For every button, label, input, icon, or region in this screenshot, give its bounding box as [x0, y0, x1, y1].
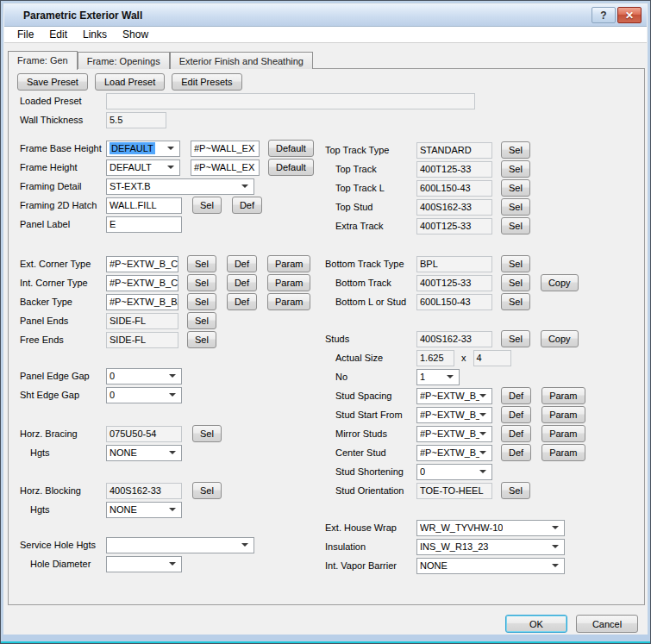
stud-start-from-def-button[interactable]: Def: [501, 406, 531, 423]
close-button[interactable]: ✕: [617, 7, 642, 23]
load-preset-button[interactable]: Load Preset: [95, 73, 165, 91]
save-preset-button[interactable]: Save Preset: [17, 73, 88, 91]
frame-base-height-default-button[interactable]: Default: [268, 140, 314, 157]
mirror-studs-label: Mirror Studs: [325, 428, 416, 439]
center-stud-def-button[interactable]: Def: [501, 444, 531, 461]
top-track-l-sel-button[interactable]: Sel: [501, 179, 530, 197]
studs-copy-button[interactable]: Copy: [541, 330, 579, 347]
backer-sel-button[interactable]: Sel: [187, 293, 216, 310]
insulation-combo[interactable]: INS_W_R13_23: [416, 539, 565, 555]
frame-height-param-field[interactable]: #P~WALL_EX: [191, 159, 260, 176]
extra-track-field[interactable]: 400T125-33: [416, 218, 492, 234]
ext-corner-param-button[interactable]: Param: [267, 255, 310, 272]
ok-button[interactable]: OK: [505, 615, 567, 633]
top-stud-sel-button[interactable]: Sel: [501, 198, 530, 216]
int-corner-type-field[interactable]: #P~EXTW_B_CO: [106, 275, 178, 291]
ext-corner-sel-button[interactable]: Sel: [187, 255, 216, 272]
service-hole-hgts-combo[interactable]: [106, 537, 254, 553]
stud-orientation-sel-button[interactable]: Sel: [501, 482, 530, 499]
panel-ends-field[interactable]: SIDE-FL: [106, 313, 178, 329]
top-track-type-field[interactable]: STANDARD: [416, 142, 492, 159]
stud-spacing-param-button[interactable]: Param: [541, 387, 585, 404]
stud-spacing-combo[interactable]: #P~EXTW_B_: [416, 388, 492, 404]
center-stud-param-button[interactable]: Param: [541, 444, 585, 461]
backer-param-button[interactable]: Param: [267, 293, 310, 310]
framing-2d-hatch-def-button[interactable]: Def: [232, 197, 262, 214]
bottom-track-copy-button[interactable]: Copy: [541, 274, 579, 291]
frame-height-default-button[interactable]: Default: [268, 159, 314, 176]
tab-exterior-finish[interactable]: Exterior Finish and Sheathing: [170, 52, 313, 69]
frame-base-height-param-field[interactable]: #P~WALL_EX: [191, 141, 260, 157]
cancel-button[interactable]: Cancel: [576, 615, 638, 633]
title-bar[interactable]: Parametric Exterior Wall ? ✕: [4, 4, 647, 27]
horz-blocking-field[interactable]: 400S162-33: [106, 483, 182, 499]
tab-frame-openings[interactable]: Frame: Openings: [78, 52, 170, 69]
frame-base-height-combo[interactable]: DEFAULT: [106, 141, 180, 157]
bottom-track-field[interactable]: 400T125-33: [416, 275, 492, 291]
actual-size-width-field[interactable]: 1.625: [416, 350, 454, 366]
horz-blocking-sel-button[interactable]: Sel: [192, 482, 222, 499]
bottom-track-type-field[interactable]: BPL: [416, 256, 492, 272]
stud-spacing-def-button[interactable]: Def: [501, 387, 531, 404]
mirror-studs-def-button[interactable]: Def: [501, 425, 531, 442]
studs-sel-button[interactable]: Sel: [501, 330, 530, 347]
menu-edit[interactable]: Edit: [41, 27, 75, 42]
framing-detail-combo[interactable]: ST-EXT.B: [106, 178, 254, 195]
free-ends-sel-button[interactable]: Sel: [187, 331, 216, 348]
tab-frame-gen[interactable]: Frame: Gen: [8, 51, 78, 70]
frame-base-height-label: Frame Base Height: [20, 143, 106, 153]
framing-2d-hatch-sel-button[interactable]: Sel: [192, 197, 222, 214]
ext-corner-type-field[interactable]: #P~EXTW_B_CO: [106, 256, 178, 272]
stud-orientation-field[interactable]: TOE-TO-HEEL: [416, 483, 492, 499]
panel-label-field[interactable]: E: [106, 216, 182, 233]
sht-edge-gap-combo[interactable]: 0: [106, 387, 182, 403]
studs-field[interactable]: 400S162-33: [416, 331, 492, 347]
horz-blocking-hgts-combo[interactable]: NONE: [106, 502, 182, 518]
help-button[interactable]: ?: [592, 7, 616, 23]
help-icon: ?: [600, 9, 606, 22]
stud-shortening-combo[interactable]: 0: [416, 464, 492, 480]
bottom-track-sel-button[interactable]: Sel: [501, 274, 530, 291]
backer-type-field[interactable]: #P~EXTW_B_BA: [106, 294, 178, 310]
menu-links[interactable]: Links: [75, 27, 115, 42]
free-ends-field[interactable]: SIDE-FL: [106, 332, 178, 348]
no-combo[interactable]: 1: [416, 369, 460, 385]
extra-track-sel-button[interactable]: Sel: [501, 217, 530, 234]
menu-file[interactable]: File: [9, 27, 41, 42]
top-track-l-field[interactable]: 600L150-43: [416, 180, 492, 197]
loaded-preset-field: [106, 93, 475, 109]
backer-def-button[interactable]: Def: [227, 293, 257, 310]
top-track-sel-button[interactable]: Sel: [501, 160, 530, 178]
int-corner-def-button[interactable]: Def: [227, 274, 257, 291]
chevron-down-icon: [169, 562, 176, 566]
frame-height-combo[interactable]: DEFAULT: [106, 159, 180, 176]
horz-bracing-hgts-combo[interactable]: NONE: [106, 445, 182, 461]
ext-house-wrap-combo[interactable]: WR_W_TYVHW-10: [416, 520, 565, 536]
mirror-studs-combo[interactable]: #P~EXTW_B_: [416, 426, 492, 442]
menu-show[interactable]: Show: [115, 27, 156, 42]
backer-type-label: Backer Type: [20, 297, 106, 307]
stud-start-from-param-button[interactable]: Param: [541, 406, 585, 423]
int-corner-sel-button[interactable]: Sel: [187, 274, 216, 291]
bottom-track-type-sel-button[interactable]: Sel: [501, 255, 530, 272]
horz-bracing-field[interactable]: 075U50-54: [106, 426, 182, 442]
dialog-title: Parametric Exterior Wall: [4, 9, 142, 22]
top-track-field[interactable]: 400T125-33: [416, 161, 492, 178]
edit-presets-button[interactable]: Edit Presets: [172, 73, 241, 91]
center-stud-combo[interactable]: #P~EXTW_B_: [416, 445, 492, 461]
horz-bracing-sel-button[interactable]: Sel: [192, 425, 222, 442]
bottom-l-or-stud-sel-button[interactable]: Sel: [501, 293, 530, 310]
top-stud-field[interactable]: 400S162-33: [416, 199, 492, 216]
top-track-type-sel-button[interactable]: Sel: [501, 141, 530, 159]
mirror-studs-param-button[interactable]: Param: [541, 425, 585, 442]
panel-edge-gap-combo[interactable]: 0: [106, 368, 182, 385]
int-vapor-barrier-combo[interactable]: NONE: [416, 558, 565, 574]
ext-corner-def-button[interactable]: Def: [227, 255, 257, 272]
hole-diameter-combo[interactable]: [106, 556, 182, 572]
actual-size-depth-field[interactable]: 4: [473, 350, 511, 366]
stud-start-from-combo[interactable]: #P~EXTW_B_: [416, 407, 492, 423]
framing-2d-hatch-field[interactable]: WALL.FILL: [106, 197, 182, 214]
int-corner-param-button[interactable]: Param: [267, 274, 310, 291]
bottom-l-or-stud-field[interactable]: 600L150-43: [416, 294, 492, 310]
panel-ends-sel-button[interactable]: Sel: [187, 312, 216, 329]
